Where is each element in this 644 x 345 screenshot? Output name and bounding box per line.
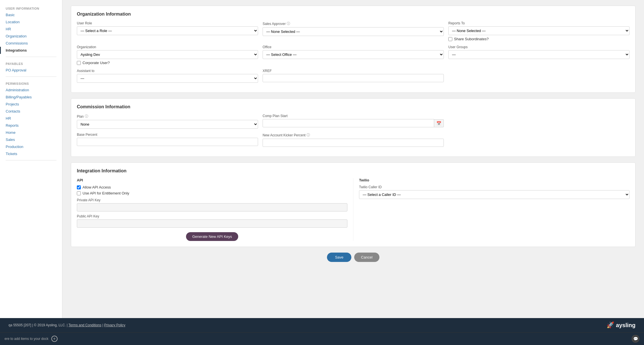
dock-text: ere to add items to your dock	[5, 337, 48, 341]
plan-info-icon: ⓘ	[85, 114, 88, 119]
sidebar-divider	[6, 57, 56, 57]
assistant-to-select[interactable]: —	[77, 74, 258, 83]
kicker-percent-input[interactable]: 0.00	[263, 139, 444, 147]
share-subordinates-row: Share Subordinates?	[448, 37, 630, 41]
sidebar-section-title: PAYABLES	[0, 60, 62, 67]
private-api-key-input[interactable]	[77, 203, 347, 211]
caller-id-select[interactable]: — Select a Caller ID —	[359, 190, 630, 199]
sidebar-item-commissions[interactable]: Commissions	[0, 40, 62, 47]
share-subordinates-checkbox[interactable]	[448, 37, 452, 41]
public-api-key-input[interactable]	[77, 219, 347, 228]
sidebar-item-sales[interactable]: Sales	[0, 136, 62, 143]
assistant-to-group: Assistant to —	[77, 69, 258, 83]
twilio-section: Twilio Twilio Caller ID — Select a Calle…	[353, 178, 630, 241]
public-api-key-label: Public API Key	[77, 214, 347, 218]
office-group: Office — Select Office —	[263, 45, 444, 65]
footer-terms-link[interactable]: Terms and Conditions	[68, 323, 101, 327]
sidebar-item-home[interactable]: Home	[0, 129, 62, 136]
user-role-select[interactable]: — Select a Role —	[77, 26, 258, 35]
use-api-entitlement-label: Use API for Entitlement Only	[83, 191, 129, 195]
sidebar-item-contacts[interactable]: Contacts	[0, 108, 62, 115]
xref-input[interactable]	[263, 74, 444, 82]
plan-label: Plan ⓘ	[77, 114, 258, 119]
footer-logo-text: aysling	[616, 322, 635, 329]
sidebar-item-administration[interactable]: Administration	[0, 86, 62, 94]
plan-select[interactable]: None	[77, 120, 258, 129]
corporate-user-checkbox[interactable]	[77, 61, 81, 65]
sidebar-item-projects[interactable]: Projects	[0, 101, 62, 108]
dock-add-button[interactable]: +	[51, 336, 58, 342]
private-api-key-group: Private API Key	[77, 198, 347, 214]
api-twilio-row: API Allow API Access Use API for Entitle…	[77, 178, 630, 241]
sidebar-item-organization[interactable]: Organization	[0, 33, 62, 40]
sidebar-item-integrations[interactable]: Integrations	[0, 47, 62, 54]
sidebar-item-reports[interactable]: Reports	[0, 122, 62, 129]
comp-plan-calendar-button[interactable]: 📅	[434, 119, 444, 127]
sidebar: USER INFORMATIONBasicLocationHROrganizat…	[0, 0, 62, 318]
aysling-logo-icon: 🚀	[607, 321, 614, 329]
sidebar-item-hr[interactable]: HR	[0, 115, 62, 122]
save-button[interactable]: Save	[327, 253, 351, 262]
user-groups-select-wrapper: —	[448, 50, 630, 59]
allow-api-access-checkbox[interactable]	[77, 185, 81, 189]
sidebar-item-location[interactable]: Location	[0, 18, 62, 26]
sales-approver-info-icon: ⓘ	[287, 21, 290, 26]
xref-group: XREF	[263, 69, 444, 83]
plan-group: Plan ⓘ None	[77, 114, 258, 129]
organization-select[interactable]: Aysling Dev	[77, 50, 258, 59]
user-groups-group: User Groups —	[448, 45, 630, 65]
sales-approver-select[interactable]: — None Selected —	[263, 27, 444, 36]
private-api-key-label: Private API Key	[77, 198, 347, 202]
comp-plan-start-group: Comp Plan Start 0000-00-00 📅	[263, 114, 444, 129]
sidebar-item-po-approval[interactable]: PO Approval	[0, 67, 62, 74]
commission-info-card: Commission Information Plan ⓘ None Comp …	[71, 98, 635, 157]
sidebar-item-billing-payables[interactable]: Billing/Payables	[0, 94, 62, 101]
sales-approver-group: Sales Approver ⓘ — None Selected —	[263, 21, 444, 41]
sidebar-section-title: PERMISSIONS	[0, 80, 62, 86]
kicker-info-icon: ⓘ	[307, 133, 310, 137]
dock-chat-button[interactable]: 💬	[632, 335, 639, 343]
sidebar-item-basic[interactable]: Basic	[0, 11, 62, 18]
corporate-user-label: Corporate User?	[83, 61, 110, 65]
footer: qa 55505 [207] | © 2019 Aysling, LLC. | …	[0, 318, 644, 332]
office-select[interactable]: — Select Office —	[263, 50, 444, 59]
reports-to-group: Reports To — None Selected — Share Subor…	[448, 21, 630, 41]
dock-bar: ere to add items to your dock + 💬	[0, 332, 644, 345]
twilio-section-title: Twilio	[359, 178, 630, 182]
cancel-button[interactable]: Cancel	[354, 253, 379, 262]
caller-id-label: Twilio Caller ID	[359, 185, 630, 189]
user-role-group: User Role — Select a Role —	[77, 21, 258, 41]
sidebar-section-title: USER INFORMATION	[0, 5, 62, 11]
allow-api-access-row: Allow API Access	[77, 185, 347, 189]
use-api-entitlement-checkbox[interactable]	[77, 191, 81, 195]
office-label: Office	[263, 45, 444, 49]
user-groups-select[interactable]: —	[448, 50, 630, 59]
organization-group: Organization Aysling Dev Corporate User?	[77, 45, 258, 65]
commission-info-title: Commission Information	[77, 104, 630, 109]
use-api-entitlement-row: Use API for Entitlement Only	[77, 191, 347, 195]
comp-plan-start-label: Comp Plan Start	[263, 114, 444, 118]
xref-label: XREF	[263, 69, 444, 73]
caller-id-group: Twilio Caller ID — Select a Caller ID —	[359, 185, 630, 199]
reports-to-select[interactable]: — None Selected —	[448, 26, 630, 35]
sidebar-divider	[6, 77, 56, 77]
base-percent-label: Base Percent	[77, 133, 258, 137]
integration-info-title: Integration Information	[77, 168, 630, 173]
sidebar-item-production[interactable]: Production	[0, 143, 62, 150]
kicker-percent-group: New Account Kicker Percent ⓘ 0.00	[263, 133, 444, 147]
api-section: API Allow API Access Use API for Entitle…	[77, 178, 353, 241]
sales-approver-label: Sales Approver ⓘ	[263, 21, 444, 26]
user-groups-label: User Groups	[448, 45, 630, 49]
assistant-to-label: Assistant to	[77, 69, 258, 73]
sidebar-item-tickets[interactable]: Tickets	[0, 150, 62, 157]
integration-info-card: Integration Information API Allow API Ac…	[71, 162, 635, 247]
sidebar-item-hr[interactable]: HR	[0, 26, 62, 33]
comp-plan-start-input[interactable]: 0000-00-00	[263, 119, 434, 127]
footer-left: qa 55505 [207] | © 2019 Aysling, LLC. | …	[9, 323, 125, 327]
generate-api-keys-button[interactable]: Generate New API Keys	[186, 232, 238, 241]
reports-to-label: Reports To	[448, 21, 630, 25]
footer-copyright: qa 55505 [207] | © 2019 Aysling, LLC. |	[9, 323, 67, 327]
footer-logo: 🚀 aysling	[607, 321, 635, 329]
footer-privacy-link[interactable]: Privacy Policy	[104, 323, 125, 327]
base-percent-input[interactable]: 0.00	[77, 138, 258, 146]
